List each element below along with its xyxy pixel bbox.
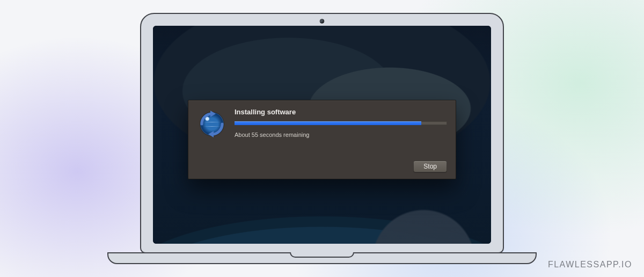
laptop-camera xyxy=(320,19,325,24)
installer-dialog: Installing software About 55 seconds rem… xyxy=(188,100,456,179)
progress-bar xyxy=(235,121,447,125)
svg-marker-0 xyxy=(210,111,216,117)
laptop-base xyxy=(107,252,537,264)
progress-status: About 55 seconds remaining xyxy=(235,132,447,138)
watermark-text: FLAWLESSAPP.IO xyxy=(548,260,632,269)
laptop-lid: Installing software About 55 seconds rem… xyxy=(140,13,504,253)
svg-marker-1 xyxy=(208,131,214,137)
dialog-title: Installing software xyxy=(235,108,447,116)
software-update-icon xyxy=(197,109,227,139)
progress-fill xyxy=(235,121,421,125)
laptop-illustration: Installing software About 55 seconds rem… xyxy=(140,13,504,264)
laptop-screen: Installing software About 55 seconds rem… xyxy=(153,26,491,244)
stop-button[interactable]: Stop xyxy=(413,161,447,172)
laptop-notch xyxy=(290,252,354,258)
